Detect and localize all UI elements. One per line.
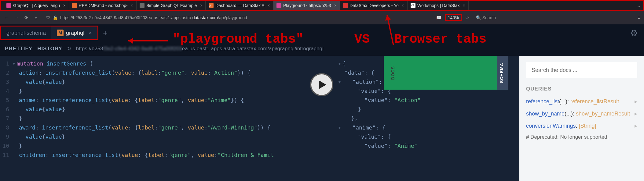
playground-tab-label: graphql-schema [6,30,46,36]
line-gutter: 1234567891011 [0,59,12,178]
chevron-right-icon: ▸ [635,110,637,118]
address-bar: ← → ⟳ ⌂ 🛡 🔒 https://b253f3e2-c9e4-4342-9… [0,11,644,24]
zoom-level[interactable]: 140% [445,14,462,21]
add-tab-button[interactable]: + [98,28,112,38]
home-icon[interactable]: ⌂ [33,15,39,20]
docs-query-item[interactable]: reference_list(...): reference_listResul… [526,98,637,105]
reload-icon[interactable]: ⟳ [23,15,29,20]
close-icon[interactable]: × [89,30,92,36]
reader-icon[interactable]: 📖 [436,15,441,20]
docs-section-header: QUERIES [526,86,637,92]
endpoint-url[interactable]: https://b253f3e2-c9e4-4342-9ad8-475a00f2… [76,46,639,52]
favicon-icon [6,3,11,8]
close-icon[interactable]: × [63,3,65,8]
browser-tab[interactable]: README.md - workshop-× [69,1,137,10]
browser-tab[interactable]: DataStax Developers - Yo× [340,1,408,10]
query-editor[interactable]: 1234567891011 ▾mutation insertGenres { a… [0,56,333,181]
close-icon[interactable]: × [463,3,465,8]
url-text: https://b253f3e2-c9e4-4342-9ad8-475a00f2… [60,15,247,20]
mutation-badge: M [57,30,64,36]
reload-icon[interactable]: ↻ [67,46,71,51]
favicon-icon: DS [411,3,415,8]
schema-tab[interactable]: SCHEMA [497,56,508,90]
docs-query-item[interactable]: conversionWarnings: [String]▸ [526,122,637,130]
playground-tab-schema[interactable]: graphql-schema [1,27,51,39]
forward-icon[interactable]: → [13,15,20,20]
browser-tab-label: Simple GraphiQL Example [146,3,197,8]
docs-deprecated-note: # Deprecated: No longer supported. [526,134,637,140]
browser-tab-label: DataStax Developers - Yo [350,3,399,8]
hamburger-icon[interactable]: ≡ [638,15,640,20]
search-icon: 🔍 [476,15,481,20]
gear-icon[interactable]: ⚙ [630,28,638,38]
history-button[interactable]: HISTORY [37,46,62,52]
browser-tab[interactable]: GraphQL | A query langu× [3,1,69,10]
shield-icon[interactable]: 🛡 [46,15,50,20]
chevron-right-icon: ▸ [635,98,637,105]
playground-tab-bar: graphql-schema Mgraphql× + ⚙ [0,24,644,41]
browser-tab-label: README.md - workshop- [79,3,128,8]
prettify-button[interactable]: PRETTIFY [5,46,32,52]
favicon-icon [72,3,77,8]
code-content: ▾mutation insertGenres { action: insertr… [12,59,333,178]
chevron-down-icon[interactable]: ⌄ [637,3,641,9]
playground-tabs-highlight: graphql-schema Mgraphql× [0,26,98,40]
search-input[interactable]: 🔍 Search [473,15,632,20]
playground-tab-graphql[interactable]: Mgraphql× [51,27,97,39]
favicon-icon [276,3,281,8]
browser-tab-label: GraphQL | A query langu [13,3,60,8]
close-icon[interactable]: × [131,3,133,8]
close-icon[interactable]: × [334,3,336,8]
playground-toolbar: PRETTIFY HISTORY ↻ https://b253f3e2-c9e4… [0,41,644,56]
browser-tab-bar: GraphQL | A query langu× README.md - wor… [0,0,644,11]
browser-tab[interactable]: Playground - https://b253× [273,1,340,10]
browser-tab[interactable]: DSWorkshops | DataStax× [408,1,469,10]
browser-tab-label: Dashboard — DataStax A [215,3,264,8]
chevron-right-icon: ▸ [635,122,637,130]
annotation-arrow [128,40,168,41]
lock-icon[interactable]: 🔒 [53,15,58,20]
favicon-icon [140,3,145,8]
bookmark-icon[interactable]: ☆ [465,15,469,20]
browser-tab-label: Playground - https://b253 [283,3,331,8]
docs-query-item[interactable]: show_by_name(...): show_by_nameResult▸ [526,110,637,118]
docs-panel: QUERIES reference_list(...): reference_l… [519,56,644,181]
docs-search-input[interactable] [526,62,637,78]
favicon-icon: ∧ [209,3,214,8]
close-icon[interactable]: × [268,3,270,8]
url-input[interactable]: 🛡 🔒 https://b253f3e2-c9e4-4342-9ad8-475a… [43,15,433,20]
playground-tab-label: graphql [66,30,84,36]
browser-tab[interactable]: Simple GraphiQL Example× [137,1,206,10]
run-query-button[interactable] [310,73,333,96]
close-icon[interactable]: × [200,3,202,8]
docs-tab[interactable]: DOCS [384,56,508,90]
back-icon[interactable]: ← [4,15,10,20]
browser-tab[interactable]: ∧Dashboard — DataStax A× [206,1,273,10]
close-icon[interactable]: × [402,3,404,8]
browser-tab-label: Workshops | DataStax [417,3,460,8]
side-tabs: DOCS SCHEMA [497,56,508,90]
favicon-icon [343,3,348,8]
